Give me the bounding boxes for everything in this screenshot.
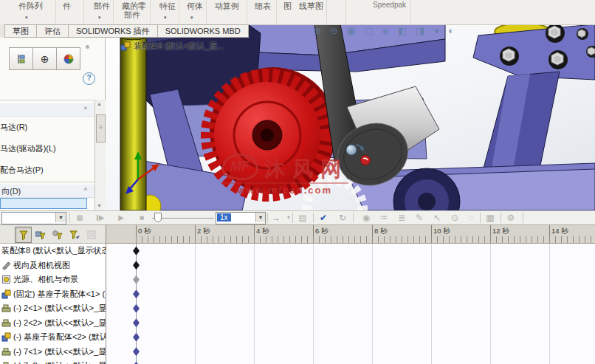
gear-funnel-icon bbox=[52, 230, 63, 240]
ribbon-button-part[interactable]: 部件 bbox=[94, 1, 110, 12]
hide-show-icon[interactable]: ◨ bbox=[416, 25, 424, 36]
tree-row-base-subassembly-1[interactable]: (固定) 基座子装配体<1> ( bbox=[0, 287, 106, 302]
ribbon-button-component[interactable]: 件 bbox=[63, 1, 71, 12]
motor-location-selection-field[interactable] bbox=[0, 198, 87, 209]
filter-driving-button[interactable] bbox=[49, 227, 66, 243]
motionmanager-filter-bar bbox=[0, 225, 106, 244]
tree-row-lights-cameras-scene[interactable]: 光源、相机与布景 bbox=[0, 272, 106, 287]
ribbon-button-motion-study[interactable]: 动算例 bbox=[215, 1, 239, 12]
gravity-button[interactable]: ⊙ bbox=[447, 212, 462, 224]
option-path-mate-motor[interactable]: 配合马达(P) bbox=[0, 165, 93, 176]
displaymanager-tab[interactable] bbox=[56, 47, 80, 70]
dropdown-arrow-icon[interactable]: ▾ bbox=[98, 15, 101, 21]
ribbon-button-hidden-components-line2[interactable]: 部件 bbox=[124, 10, 140, 21]
filter-results-button[interactable] bbox=[83, 227, 100, 243]
zoom-area-icon[interactable]: ⊖ bbox=[330, 25, 338, 36]
help-icon[interactable]: ? bbox=[83, 72, 95, 85]
ribbon-button-component-pattern[interactable]: 件阵列 bbox=[18, 1, 43, 12]
option-linear-motor[interactable]: 马达(驱动器)(L) bbox=[0, 143, 93, 154]
contact-button[interactable]: ≣ bbox=[394, 212, 409, 224]
assembly-icon bbox=[1, 289, 11, 299]
autokey-button[interactable]: ↻ bbox=[335, 212, 350, 224]
timeline-gridlines bbox=[136, 244, 595, 364]
tree-row-part-7-1[interactable]: (-) 7<1> (默认<<默认>_显 bbox=[0, 345, 106, 360]
tab-solidworks-addins[interactable]: SOLIDWORKS 插件 bbox=[69, 24, 158, 38]
dropdown-arrow-icon[interactable]: ▾ bbox=[25, 15, 28, 21]
direction-section-header[interactable]: 向(D) ^ bbox=[0, 185, 94, 198]
tab-evaluate[interactable]: 评估 bbox=[37, 24, 69, 38]
select-button[interactable]: ↖ bbox=[430, 212, 444, 224]
stop-button[interactable]: ■ bbox=[134, 212, 149, 224]
option-rotary-motor[interactable]: 马达(R) bbox=[0, 122, 93, 133]
calculate-button[interactable]: ▦ bbox=[72, 212, 87, 224]
tree-row-assembly-root[interactable]: 装配体8 (默认<默认_显示状态 bbox=[0, 244, 106, 258]
study-type-select[interactable]: ▼ bbox=[1, 212, 66, 224]
panel-tab-bar: ⊕ bbox=[10, 47, 80, 70]
motor-button[interactable]: ◉ bbox=[359, 212, 374, 224]
part-icon bbox=[1, 318, 11, 328]
ribbon-button-exploded-view[interactable]: 图 bbox=[283, 1, 292, 12]
previous-view-icon[interactable]: ▣ bbox=[347, 25, 356, 36]
save-animation-button[interactable]: ▤ bbox=[295, 212, 310, 224]
display-style-icon[interactable]: ◧ bbox=[398, 25, 407, 36]
ribbon-separator bbox=[410, 0, 411, 24]
tab-solidworks-mbd[interactable]: SOLIDWORKS MBD bbox=[158, 24, 249, 38]
playback-speed-select[interactable]: 1x ▼ bbox=[216, 212, 266, 224]
ribbon-button-speedpak[interactable]: Speedpak bbox=[373, 1, 406, 9]
play-button[interactable]: ▶ bbox=[114, 212, 128, 224]
tree-row-base-subassembly-2[interactable]: (-) 基座子装配体<2> (默认 bbox=[0, 330, 106, 345]
direction-section-label: 向(D) bbox=[1, 186, 21, 197]
ribbon-button-bom[interactable]: 细表 bbox=[255, 1, 271, 12]
panel-divider bbox=[0, 100, 94, 100]
dropdown-arrow-icon[interactable]: ▾ bbox=[164, 15, 167, 21]
scrollbar-thumb[interactable]: ≡ bbox=[96, 114, 106, 142]
ruler-label: 6 秒 bbox=[315, 227, 328, 236]
propertymanager-tab[interactable]: ⊕ bbox=[32, 47, 57, 70]
scroll-up-icon[interactable]: ▲ bbox=[97, 101, 102, 106]
part-icon bbox=[1, 347, 11, 357]
playback-speed-value: 1x bbox=[217, 213, 231, 222]
zoom-fit-icon[interactable]: ⊕ bbox=[313, 25, 321, 36]
tree-row-part-7-2[interactable]: (-) 7<2> (默认<<默认>_显 bbox=[0, 359, 106, 364]
camera-funnel-icon bbox=[35, 230, 46, 240]
timebar-slider-thumb[interactable] bbox=[154, 213, 162, 222]
playback-mode-caret-icon[interactable]: ▾ bbox=[281, 212, 296, 224]
ribbon-button-assembly-features[interactable]: 特征 bbox=[159, 1, 176, 12]
graphics-viewport[interactable] bbox=[106, 24, 595, 210]
filter-animated-button[interactable] bbox=[32, 227, 49, 243]
ruler-label: 14 秒 bbox=[551, 227, 568, 236]
filter-selected-button[interactable] bbox=[66, 227, 83, 243]
tree-row-part-2-2[interactable]: (-) 2<2> (默认<<默认>_显 bbox=[0, 316, 106, 331]
appearance-icon[interactable]: ● bbox=[434, 25, 440, 36]
tree-timeline-splitter[interactable] bbox=[106, 225, 106, 364]
animation-wizard-button[interactable]: ✔ bbox=[316, 212, 331, 224]
chevron-down-icon[interactable]: ▼ bbox=[255, 213, 265, 222]
results-button[interactable]: ◌ bbox=[464, 212, 478, 224]
ribbon-button-reference-geometry[interactable]: 何体 bbox=[187, 1, 203, 12]
collapse-arrow-icon[interactable]: ^ bbox=[84, 187, 87, 194]
motor-type-section-header[interactable]: ^ bbox=[0, 103, 94, 117]
snapshot-button[interactable]: ▦ bbox=[483, 212, 498, 224]
chevron-down-icon[interactable]: ▼ bbox=[55, 213, 66, 222]
play-from-start-button[interactable]: ▶ bbox=[93, 212, 108, 224]
dropdown-arrow-icon[interactable]: ▾ bbox=[190, 15, 193, 21]
spline-button[interactable]: ✎ bbox=[412, 212, 427, 224]
panel-splitter-handle[interactable] bbox=[86, 45, 89, 49]
section-view-icon[interactable]: ◻ bbox=[365, 25, 373, 36]
tree-row-part-2-1[interactable]: (-) 2<1> (默认<<默认>_显 bbox=[0, 301, 106, 316]
crosshair-icon: ⊕ bbox=[41, 53, 49, 65]
scene-icon[interactable]: ◐ bbox=[448, 25, 454, 36]
study-properties-button[interactable]: ⚙ bbox=[503, 212, 518, 224]
timeline-area[interactable] bbox=[106, 244, 595, 364]
ribbon-separator bbox=[276, 0, 277, 24]
spring-button[interactable]: ♒ bbox=[376, 212, 391, 224]
view-orientation-icon[interactable]: ◈ bbox=[382, 25, 389, 36]
tab-sketch[interactable]: 草图 bbox=[4, 24, 37, 38]
timeline-ruler[interactable]: 0 秒 2 秒 4 秒 6 秒 8 秒 10 秒 12 秒 14 秒 bbox=[106, 225, 595, 244]
featuremanager-tab[interactable] bbox=[9, 47, 33, 70]
ribbon-button-explode-line-sketch[interactable]: 线草图 bbox=[299, 1, 323, 12]
filter-none-button[interactable] bbox=[15, 227, 32, 243]
collapse-arrow-icon[interactable]: ^ bbox=[84, 106, 87, 113]
scroll-down-icon[interactable]: ▼ bbox=[97, 203, 102, 208]
tree-row-orientation-camera-views[interactable]: 视向及相机视图 bbox=[0, 258, 106, 273]
